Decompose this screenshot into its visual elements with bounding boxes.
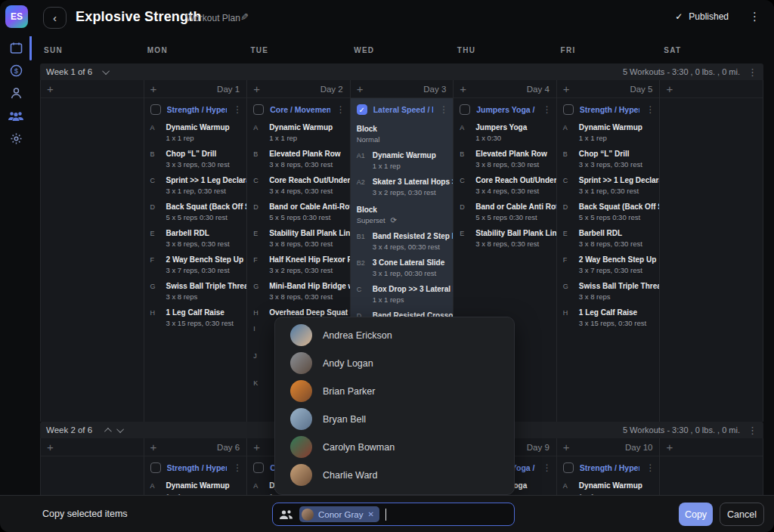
workout-menu-icon[interactable]: ⋮: [233, 104, 242, 115]
exercise-row[interactable]: BElevated Plank Row3 x 8 reps, 0:30 rest: [454, 149, 556, 170]
exercise-row[interactable]: EBarbell RDL3 x 8 reps, 0:30 rest: [557, 228, 660, 249]
workout-checkbox[interactable]: [460, 104, 470, 115]
workout-menu-icon[interactable]: ⋮: [543, 104, 552, 115]
exercise-row[interactable]: BElevated Plank Row3 x 8 reps, 0:30 rest: [247, 149, 350, 170]
exercise-row[interactable]: H1 Leg Calf Raise3 x 15 reps, 0:30 rest: [557, 308, 660, 329]
exercise-detail: 3 x 4 reps, 0:30 rest: [269, 186, 350, 196]
exercise-row[interactable]: CSprint >> 1 Leg Declarations3 x 1 rep, …: [144, 175, 247, 196]
exercise-row[interactable]: FHalf Kneel Hip Flexor Rais...3 x 2 reps…: [247, 255, 350, 276]
week-menu-icon[interactable]: ⋮: [748, 425, 757, 436]
exercise-row[interactable]: F2 Way Bench Step Up3 x 7 reps, 0:30 res…: [144, 255, 247, 276]
chip-remove-icon[interactable]: ✕: [367, 510, 373, 518]
exercise-row[interactable]: CSprint >> 1 Leg Declarations3 x 1 rep, …: [557, 175, 660, 196]
chevron-up-icon[interactable]: [104, 427, 112, 435]
day-label: Day 6: [217, 443, 240, 452]
athlete-chip[interactable]: Conor Gray ✕: [299, 506, 379, 522]
exercise-row[interactable]: GSwiss Ball Triple Threat3 x 8 reps: [557, 281, 660, 302]
workout-checkbox[interactable]: ✓: [357, 104, 367, 115]
exercise-row[interactable]: CBox Drop >> 3 Lateral H...1 x 1 reps: [351, 284, 454, 305]
workout-title[interactable]: Strength / Hypertro...: [580, 463, 640, 472]
exercise-row[interactable]: DBand or Cable Anti-Rotati...5 x 5 reps …: [247, 202, 350, 223]
exercise-row[interactable]: CCore Reach Out/Under3 x 4 reps, 0:30 re…: [247, 175, 350, 196]
athlete-option[interactable]: Bryan Bell: [275, 405, 514, 433]
athlete-option[interactable]: Carolyn Bowman: [275, 433, 514, 461]
athlete-option[interactable]: Brian Parker: [275, 377, 514, 405]
exercise-row[interactable]: EStability Ball Plank Linear ...3 x 8 re…: [454, 228, 556, 249]
exercise-row[interactable]: DBand or Cable Anti Rotati...5 x 5 reps …: [454, 202, 556, 223]
athlete-option[interactable]: Charlie Ward: [275, 461, 514, 489]
add-workout-button[interactable]: +: [47, 83, 54, 94]
exercise-row[interactable]: B23 Cone Lateral Slide3 x 1 rep, 00:30 r…: [351, 258, 454, 279]
exercise-row[interactable]: ADynamic Warmup1 x 1 rep: [557, 481, 660, 495]
workout-checkbox[interactable]: [563, 104, 574, 115]
add-workout-button[interactable]: +: [253, 83, 260, 94]
copy-button[interactable]: Copy: [679, 503, 713, 526]
exercise-row[interactable]: B1Band Resisted 2 Step Late...3 x 4 reps…: [351, 231, 454, 252]
exercise-row[interactable]: ADynamic Warmup1 x 1 rep: [144, 122, 247, 144]
add-workout-button[interactable]: +: [666, 441, 673, 453]
week-menu-icon[interactable]: ⋮: [748, 66, 757, 78]
exercise-row[interactable]: EBarbell RDL3 x 8 reps, 0:30 rest: [144, 228, 247, 249]
exercise-row[interactable]: A2Skater 3 Lateral Hops >> ...3 x 2 reps…: [351, 177, 454, 198]
add-workout-button[interactable]: +: [253, 441, 260, 453]
exercise-row[interactable]: CCore Reach Out/Under3 x 4 reps, 0:30 re…: [454, 175, 556, 196]
block-label: Block: [357, 205, 449, 215]
back-button[interactable]: ‹: [43, 7, 67, 29]
chevron-down-icon[interactable]: [116, 425, 124, 433]
workout-checkbox[interactable]: [150, 462, 161, 473]
workout-menu-icon[interactable]: ⋮: [233, 462, 242, 473]
add-workout-button[interactable]: +: [563, 441, 570, 453]
workout-title[interactable]: Strength / Hypertro...: [167, 105, 228, 114]
published-status[interactable]: ✓ Published: [675, 11, 729, 22]
workout-menu-icon[interactable]: ⋮: [336, 104, 345, 115]
athlete-search-input[interactable]: Conor Gray ✕: [272, 503, 515, 526]
workout-title[interactable]: Jumpers Yoga / Core: [476, 105, 537, 114]
sidebar-item-billing[interactable]: $: [0, 59, 32, 82]
sidebar-item-athlete[interactable]: [0, 82, 32, 104]
workout-menu-icon[interactable]: ⋮: [439, 104, 448, 115]
workout-title[interactable]: Lateral Speed / Plyo: [373, 105, 434, 114]
workout-checkbox[interactable]: [253, 104, 264, 115]
workout-title[interactable]: Core / Movement Q...: [270, 105, 330, 114]
exercise-letter: G: [563, 281, 579, 302]
sidebar-item-teams[interactable]: [0, 104, 32, 127]
exercise-row[interactable]: DBack Squat (Back Off Set)5 x 5 reps 0:3…: [557, 202, 660, 223]
exercise-row[interactable]: BChop “L” Drill3 x 3 reps, 0:30 rest: [557, 149, 660, 170]
exercise-row[interactable]: ADynamic Warmup1 x 1 rep: [144, 481, 247, 495]
exercise-row[interactable]: ADynamic Warmup1 x 1 rep: [247, 122, 350, 144]
workout-title[interactable]: Strength / Hypertro...: [167, 463, 228, 472]
workout-menu-icon[interactable]: ⋮: [646, 462, 655, 473]
workout-checkbox[interactable]: [563, 462, 574, 473]
header-menu-icon[interactable]: ⋮: [749, 10, 760, 23]
add-workout-button[interactable]: +: [666, 83, 673, 94]
add-workout-button[interactable]: +: [357, 83, 364, 94]
workout-menu-icon[interactable]: ⋮: [646, 104, 655, 115]
exercise-row[interactable]: DBack Squat (Back Off Set)5 x 5 reps 0:3…: [144, 202, 247, 223]
workout-menu-icon[interactable]: ⋮: [543, 462, 552, 473]
athlete-option[interactable]: Andy Logan: [275, 349, 514, 377]
exercise-row[interactable]: A1Dynamic Warmup1 x 1 rep: [351, 150, 454, 172]
exercise-row[interactable]: GMini-Band Hip Bridge w/ ...3 x 8 reps, …: [247, 281, 350, 302]
sidebar-item-calendar[interactable]: [0, 36, 32, 59]
workout-checkbox[interactable]: [253, 462, 264, 473]
exercise-row[interactable]: BChop “L” Drill3 x 3 reps, 0:30 rest: [144, 149, 247, 170]
exercise-row[interactable]: AJumpers Yoga1 x 0:30: [454, 122, 556, 144]
exercise-row[interactable]: H1 Leg Calf Raise3 x 15 reps, 0:30 rest: [144, 308, 247, 329]
workout-title[interactable]: Strength / Hypertro...: [580, 105, 640, 114]
chevron-down-icon[interactable]: [102, 67, 110, 75]
workout-checkbox[interactable]: [150, 104, 161, 115]
exercise-row[interactable]: GSwiss Ball Triple Threat3 x 8 reps: [144, 281, 247, 302]
add-workout-button[interactable]: +: [150, 83, 157, 94]
add-workout-button[interactable]: +: [460, 83, 466, 94]
add-workout-button[interactable]: +: [47, 441, 54, 453]
exercise-row[interactable]: EStability Ball Plank Linear ...3 x 8 re…: [247, 228, 350, 249]
cancel-button[interactable]: Cancel: [720, 503, 764, 526]
exercise-row[interactable]: ADynamic Warmup1 x 1 rep: [557, 122, 660, 144]
program-logo[interactable]: ES: [5, 5, 28, 28]
exercise-row[interactable]: F2 Way Bench Step Up3 x 7 reps, 0:30 res…: [557, 255, 660, 276]
edit-pencil-icon[interactable]: ✎: [240, 11, 249, 23]
add-workout-button[interactable]: +: [150, 441, 157, 453]
add-workout-button[interactable]: +: [563, 83, 570, 94]
athlete-option[interactable]: Andrea Erickson: [275, 321, 514, 349]
sidebar-item-settings[interactable]: [0, 127, 32, 150]
